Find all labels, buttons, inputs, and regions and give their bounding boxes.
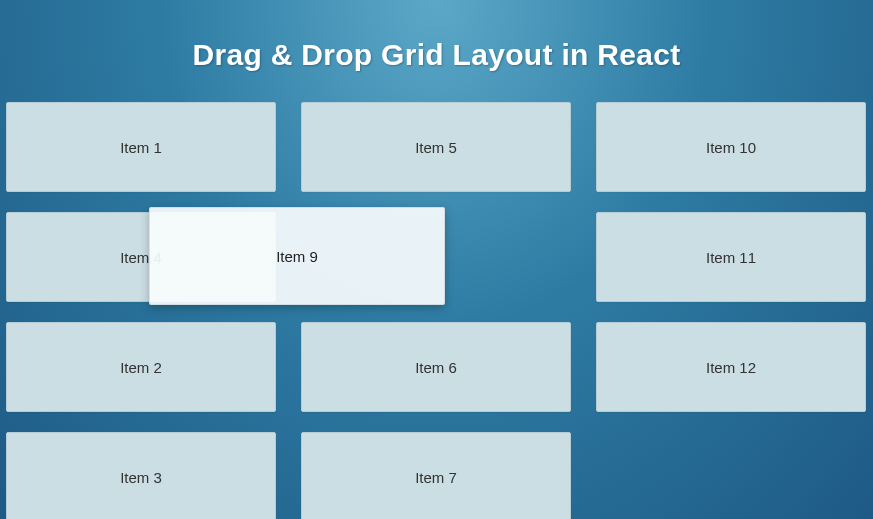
grid-item[interactable]: Item 11 xyxy=(596,212,866,302)
grid-item[interactable]: Item 10 xyxy=(596,102,866,192)
page-title: Drag & Drop Grid Layout in React xyxy=(0,0,873,102)
grid-item[interactable]: Item 7 xyxy=(301,432,571,519)
grid-item[interactable]: Item 12 xyxy=(596,322,866,412)
dragging-item[interactable]: Item 9 xyxy=(149,207,445,305)
grid-item[interactable]: Item 1 xyxy=(6,102,276,192)
grid-item[interactable]: Item 6 xyxy=(301,322,571,412)
grid-item[interactable]: Item 2 xyxy=(6,322,276,412)
grid-empty-slot[interactable] xyxy=(596,432,866,519)
grid-item[interactable]: Item 3 xyxy=(6,432,276,519)
grid-item[interactable]: Item 5 xyxy=(301,102,571,192)
drag-drop-grid[interactable]: Item 1 Item 5 Item 10 Item 4 Item 11 Ite… xyxy=(0,102,873,519)
